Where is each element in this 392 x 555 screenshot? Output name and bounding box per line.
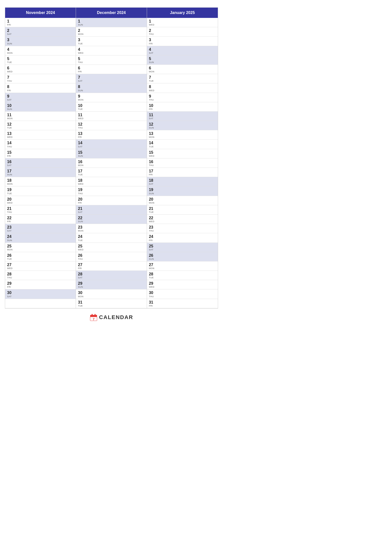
day-number: 26 xyxy=(78,253,145,258)
day-name: MON xyxy=(149,267,216,270)
day-row: 25SAT xyxy=(147,243,218,252)
day-row: 11SAT xyxy=(147,112,218,121)
day-number: 18 xyxy=(7,178,74,183)
day-number: 7 xyxy=(78,75,145,80)
day-name: SUN xyxy=(149,127,216,129)
day-name: TUE xyxy=(149,211,216,213)
day-number: 4 xyxy=(149,47,216,52)
footer-logo: 7 CALENDAR xyxy=(90,313,133,321)
day-name: WED xyxy=(149,24,216,26)
day-name: FRI xyxy=(78,136,145,138)
day-name: SUN xyxy=(78,286,145,288)
day-number: 8 xyxy=(149,84,216,89)
day-row: 2SAT xyxy=(5,27,76,37)
day-row: 18WED xyxy=(76,177,147,186)
day-name: WED xyxy=(7,202,74,204)
day-row: 13MON xyxy=(147,130,218,140)
day-name: TUE xyxy=(78,305,145,307)
day-name: THU xyxy=(7,145,74,148)
day-name: FRI xyxy=(149,42,216,45)
day-name: WED xyxy=(149,286,216,288)
day-number: 11 xyxy=(149,113,216,117)
day-row: 28TUE xyxy=(147,271,218,280)
day-name: SUN xyxy=(7,42,74,45)
month-column-1: December 20241SUN2MON3TUE4WED5THU6FRI7SA… xyxy=(76,8,147,308)
svg-rect-5 xyxy=(92,314,93,316)
day-row: 30THU xyxy=(147,289,218,299)
day-number: 1 xyxy=(78,19,145,24)
day-name: SAT xyxy=(78,211,145,213)
day-name: FRI xyxy=(78,202,145,204)
day-name: TUE xyxy=(7,258,74,260)
day-name: MON xyxy=(149,136,216,138)
day-name: THU xyxy=(149,164,216,167)
day-name: TUE xyxy=(78,239,145,242)
day-number: 31 xyxy=(149,300,216,305)
day-number: 19 xyxy=(78,187,145,192)
day-number: 3 xyxy=(7,38,74,42)
day-row: 1FRI xyxy=(5,18,76,27)
day-number: 25 xyxy=(7,244,74,248)
day-row: 31FRI xyxy=(147,299,218,308)
day-number: 9 xyxy=(149,94,216,99)
day-name: SUN xyxy=(149,61,216,64)
day-number: 22 xyxy=(149,216,216,220)
day-number: 3 xyxy=(149,38,216,42)
day-row: 2THU xyxy=(147,27,218,37)
day-row: 10SUN xyxy=(5,102,76,112)
day-row: 16SAT xyxy=(5,158,76,168)
day-row: 12SUN xyxy=(147,121,218,130)
day-number: 1 xyxy=(149,19,216,24)
day-name: SAT xyxy=(78,80,145,82)
day-row: 27WED xyxy=(5,261,76,271)
day-row: 10TUE xyxy=(76,102,147,112)
day-name: WED xyxy=(7,136,74,138)
day-name: SAT xyxy=(78,276,145,279)
day-row: 27FRI xyxy=(76,261,147,271)
day-name: WED xyxy=(78,248,145,251)
day-number: 28 xyxy=(7,272,74,276)
day-number: 5 xyxy=(78,56,145,61)
day-row: 31TUE xyxy=(76,299,147,308)
day-name: MON xyxy=(78,164,145,167)
day-number: 4 xyxy=(78,47,145,52)
day-row: 21TUE xyxy=(147,205,218,215)
day-number: 23 xyxy=(7,225,74,230)
day-number: 12 xyxy=(7,122,74,127)
day-number: 6 xyxy=(7,66,74,70)
day-name: THU xyxy=(149,295,216,298)
day-name: WED xyxy=(78,52,145,54)
day-row: 3TUE xyxy=(76,37,147,46)
day-name: SUN xyxy=(78,89,145,92)
day-number: 25 xyxy=(78,244,145,248)
day-name: THU xyxy=(149,230,216,232)
day-row: 24SUN xyxy=(5,233,76,243)
day-row: 18MON xyxy=(5,177,76,186)
day-row: 19SUN xyxy=(147,186,218,196)
day-row: 21SAT xyxy=(76,205,147,215)
day-number: 1 xyxy=(7,19,74,24)
day-row: 22FRI xyxy=(5,215,76,224)
day-name: TUE xyxy=(7,127,74,129)
day-row: 26THU xyxy=(76,252,147,261)
footer: 7 CALENDAR xyxy=(5,309,218,324)
day-row: 1WED xyxy=(147,18,218,27)
day-number: 6 xyxy=(78,66,145,70)
day-row: 1SUN xyxy=(76,18,147,27)
day-name: MON xyxy=(78,99,145,101)
day-name: FRI xyxy=(7,286,74,288)
day-row: 3FRI xyxy=(147,37,218,46)
day-name: MON xyxy=(78,295,145,298)
day-row: 9MON xyxy=(76,93,147,102)
day-row: 4MON xyxy=(5,46,76,55)
calendar-logo-icon: 7 xyxy=(90,313,98,321)
day-number: 10 xyxy=(78,103,145,108)
day-number: 15 xyxy=(78,150,145,155)
day-number: 27 xyxy=(7,262,74,267)
day-number: 13 xyxy=(7,131,74,136)
day-row: 15SUN xyxy=(76,149,147,158)
day-row: 6MON xyxy=(147,65,218,74)
day-name: SUN xyxy=(7,108,74,110)
day-name: SAT xyxy=(7,230,74,232)
day-name: WED xyxy=(7,267,74,270)
